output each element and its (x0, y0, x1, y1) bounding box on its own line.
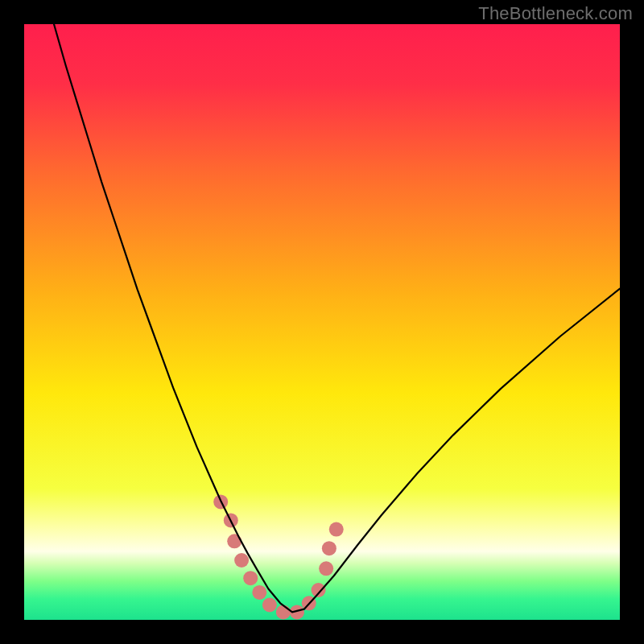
chart-svg (24, 24, 620, 620)
chart-frame: TheBottleneck.com (0, 0, 644, 644)
plot-area (24, 24, 620, 620)
highlight-dot (262, 598, 277, 613)
watermark-label: TheBottleneck.com (478, 3, 633, 24)
highlight-dot (234, 553, 249, 568)
highlight-dot (243, 571, 258, 585)
highlight-dot (312, 583, 326, 597)
highlight-dot (329, 522, 344, 537)
highlight-dot (319, 561, 333, 576)
highlight-dot (227, 534, 242, 548)
highlight-dot (252, 585, 266, 600)
highlight-dot (276, 605, 291, 619)
gradient-background (24, 24, 620, 620)
highlight-dot (322, 541, 336, 555)
